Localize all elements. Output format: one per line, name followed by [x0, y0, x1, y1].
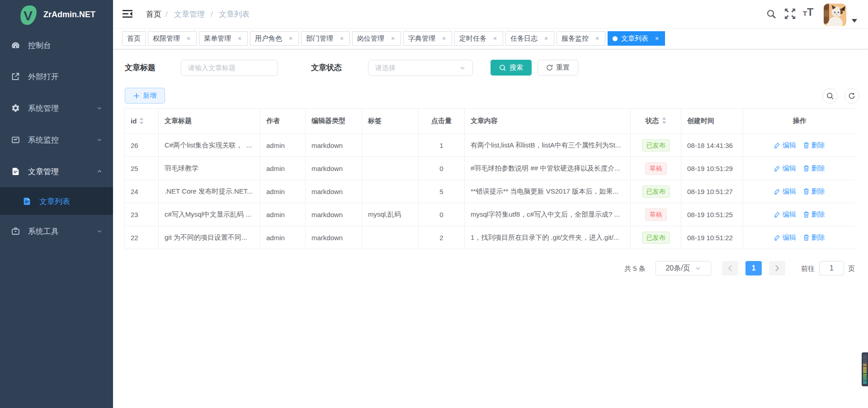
svg-text:V: V: [24, 8, 33, 23]
